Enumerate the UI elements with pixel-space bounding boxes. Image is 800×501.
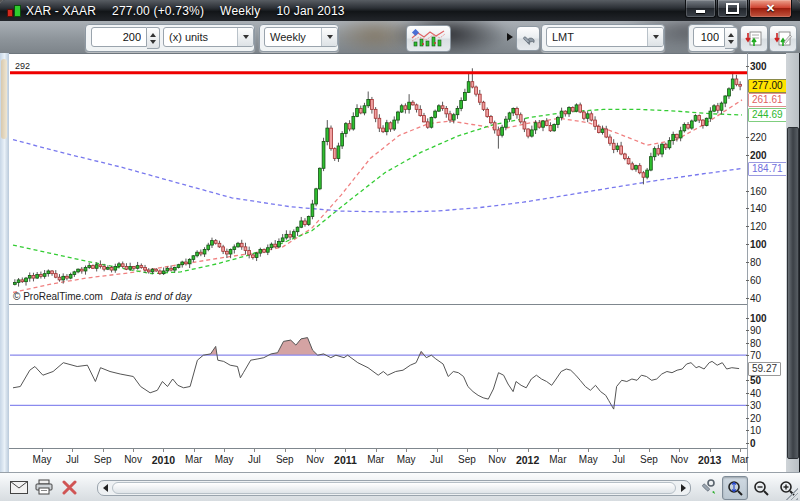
price-tick: 220 (750, 132, 767, 143)
time-tick (467, 448, 468, 452)
time-label: 2013 (698, 454, 721, 466)
time-tick (528, 448, 529, 452)
scroll-left-button[interactable] (98, 481, 112, 495)
provider-name: © ProRealTime.com (13, 291, 103, 302)
time-tick (740, 448, 741, 452)
price-tick: 140 (750, 203, 767, 214)
expand-arrow-icon[interactable] (507, 33, 513, 41)
candlestick-logo-icon (6, 4, 21, 17)
units-dropdown[interactable]: (x) units (163, 27, 254, 47)
chevron-down-icon (647, 28, 663, 46)
time-label: Nov (670, 454, 688, 465)
chart-type-button[interactable] (406, 25, 451, 52)
maximize-button[interactable] (717, 0, 748, 18)
time-label: Jul (248, 454, 261, 465)
email-chart-button[interactable] (8, 477, 30, 497)
minimize-icon (696, 10, 705, 13)
spin-up-icon (728, 33, 734, 37)
print-chart-button[interactable] (33, 477, 55, 497)
rsi-tick: 10 (750, 425, 761, 436)
time-label: Nov (306, 454, 324, 465)
time-label: Sep (94, 454, 112, 465)
title-symbol: XAR - XAAR (26, 4, 96, 18)
price-box-last: 277.00 (748, 79, 787, 93)
periods-spinner[interactable] (693, 27, 738, 49)
time-label: Jul (430, 454, 443, 465)
time-label: Mar (731, 454, 748, 465)
time-tick (679, 448, 680, 452)
rsi-indicator-chart[interactable] (10, 305, 747, 448)
right-scrollbar-thumb[interactable] (787, 127, 799, 459)
arrow-right-icon (681, 484, 686, 492)
time-tick (72, 448, 73, 452)
indicator-dropdown[interactable]: LMT (546, 27, 664, 47)
delete-drawing-button[interactable] (58, 477, 80, 497)
edit-indicator-panel-button[interactable] (769, 25, 797, 52)
time-tick (437, 448, 438, 452)
horizontal-scrollbar-thumb[interactable] (112, 482, 676, 494)
time-tick (133, 448, 134, 452)
time-label: 2012 (516, 454, 539, 466)
periods-input[interactable] (697, 30, 721, 44)
time-label: Sep (458, 454, 476, 465)
rsi-tick: 50 (750, 375, 761, 386)
time-label: May (33, 454, 52, 465)
time-tick (558, 448, 559, 452)
add-indicator-panel-button[interactable] (740, 25, 768, 52)
zoom-out-button[interactable] (748, 476, 774, 500)
time-tick (103, 448, 104, 452)
bars-count-input[interactable] (95, 30, 143, 44)
zoom-settings-button[interactable] (697, 477, 719, 497)
time-label: Nov (488, 454, 506, 465)
time-tick (163, 448, 164, 452)
title-price: 277.00 (+0.73%) (112, 4, 204, 18)
periods-spin-buttons[interactable] (725, 27, 738, 49)
arrow-left-icon (103, 484, 108, 492)
rsi-tick: 40 (750, 388, 761, 399)
zoom-fit-button[interactable] (722, 476, 748, 500)
rsi-tick: 90 (750, 325, 761, 336)
printer-icon (35, 479, 53, 495)
chevron-down-icon (237, 28, 253, 46)
title-bar[interactable]: XAR - XAAR 277.00 (+0.73%) Weekly 10 Jan… (0, 0, 800, 21)
minimize-button[interactable] (685, 0, 716, 18)
time-tick (224, 448, 225, 452)
price-tick: 200 (750, 150, 767, 161)
price-tick: 60 (750, 275, 761, 286)
copyright-text: © ProRealTime.comData is end of day (13, 291, 191, 302)
scroll-right-button[interactable] (676, 481, 690, 495)
time-label: 2010 (152, 454, 175, 466)
time-label: May (397, 454, 416, 465)
timeframe-dropdown-label: Weekly (270, 31, 321, 43)
main-price-chart[interactable] (10, 54, 747, 304)
left-scrollbar-thumb[interactable] (1, 59, 7, 139)
time-tick (588, 448, 589, 452)
chart-preview-icon (411, 29, 446, 48)
timeframe-dropdown[interactable]: Weekly (264, 27, 338, 47)
rsi-tick: 70 (750, 350, 761, 361)
time-label: Mar (549, 454, 566, 465)
data-note: Data is end of day (111, 291, 192, 302)
time-label: Mar (185, 454, 202, 465)
price-tick: 160 (750, 186, 767, 197)
indicator-settings-button[interactable] (516, 26, 540, 51)
time-tick (42, 448, 43, 452)
right-scrollbar[interactable] (786, 53, 799, 472)
bars-count-spin-buttons[interactable] (147, 27, 160, 49)
time-label: 2011 (334, 454, 357, 466)
close-button[interactable]: ✕ (749, 0, 792, 18)
time-label: Sep (276, 454, 294, 465)
time-tick (285, 448, 286, 452)
time-tick (345, 448, 346, 452)
resize-grip[interactable] (786, 488, 798, 500)
bars-count-spinner[interactable] (91, 27, 160, 49)
spin-up-icon (150, 33, 156, 37)
chart-panel-edit-icon (774, 30, 792, 48)
envelope-icon (10, 481, 28, 494)
horizontal-scrollbar[interactable] (97, 480, 691, 496)
x-axis-border (9, 448, 747, 449)
bottom-toolbar (0, 472, 800, 501)
spin-down-icon (150, 40, 156, 44)
chevron-down-icon (321, 28, 337, 46)
time-tick (254, 448, 255, 452)
